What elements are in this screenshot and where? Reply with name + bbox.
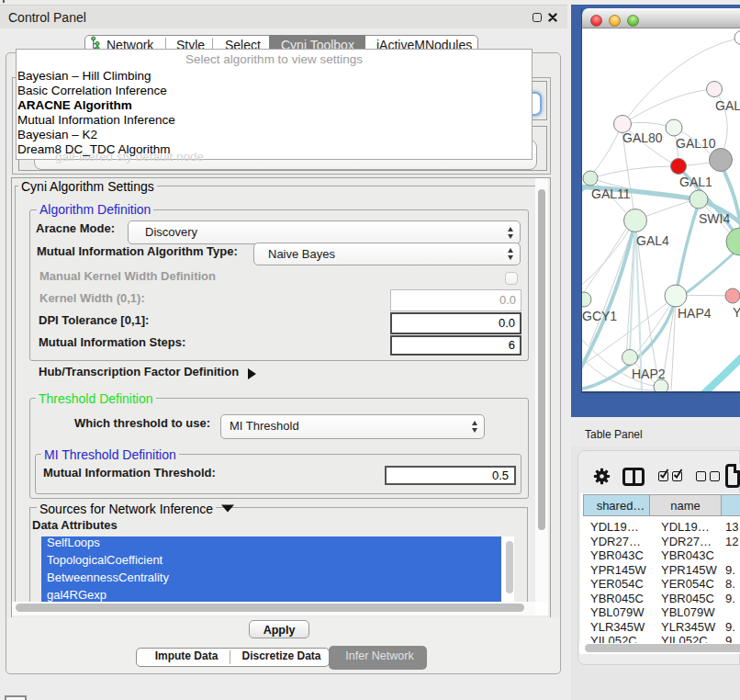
svg-text:GAL11: GAL11 [591, 186, 631, 201]
svg-text:GCY1: GCY1 [582, 309, 617, 323]
svg-text:GAL80: GAL80 [622, 130, 663, 145]
svg-text:GAL1: GAL1 [679, 175, 712, 189]
svg-text:HAP2: HAP2 [632, 367, 666, 381]
svg-text:GAL4: GAL4 [636, 233, 669, 248]
svg-text:SWI4: SWI4 [699, 211, 730, 226]
svg-text:GAL7: GAL7 [715, 98, 740, 113]
svg-text:Y: Y [733, 305, 740, 320]
svg-text:GAL10: GAL10 [676, 136, 716, 151]
svg-text:HAP4: HAP4 [678, 306, 712, 321]
